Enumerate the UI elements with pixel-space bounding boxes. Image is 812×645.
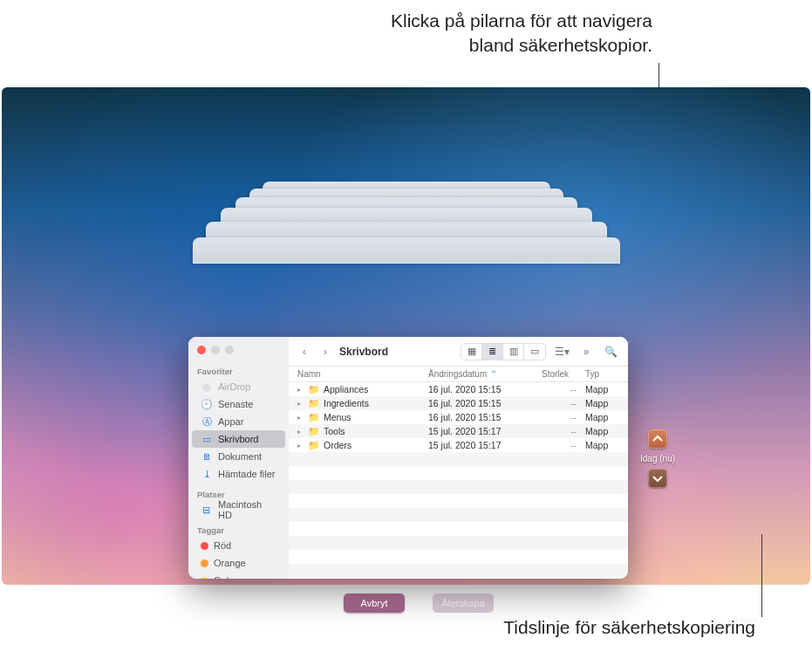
table-row[interactable]: ▸📁Appliances16 jul. 2020 15:15--Mapp — [289, 382, 628, 396]
file-size: -- — [542, 426, 585, 436]
finder-window: Favoriter ◎ AirDrop 🕘 Senaste Ⓐ Appar ▭ … — [188, 337, 628, 579]
sidebar-tag-red[interactable]: Röd — [192, 537, 285, 554]
callout-line1: Klicka på pilarna för att navigera — [391, 9, 652, 33]
forward-button[interactable]: › — [318, 343, 332, 360]
callout-arrows: Klicka på pilarna för att navigera bland… — [391, 9, 652, 58]
tm-action-bar: Avbryt Återskapa — [344, 594, 494, 613]
col-size[interactable]: Storlek — [542, 369, 585, 379]
file-kind: Mapp — [585, 398, 628, 408]
tag-dot-orange — [201, 559, 208, 567]
callout-leader-line — [761, 534, 762, 617]
tm-arrow-up[interactable] — [648, 429, 667, 449]
sort-indicator-icon: ⌃ — [490, 369, 497, 379]
more-button[interactable]: » — [577, 346, 595, 358]
sidebar-item-desktop[interactable]: ▭ Skrivbord — [192, 430, 285, 448]
col-kind[interactable]: Typ — [585, 369, 628, 379]
window-title: Skrivbord — [339, 346, 388, 358]
folder-icon: 📁 — [308, 440, 320, 451]
file-modified: 15 jul. 2020 15:17 — [428, 440, 542, 450]
file-size: -- — [542, 384, 585, 395]
downloads-icon: ⤓ — [201, 469, 213, 480]
folder-icon: 📁 — [308, 398, 320, 409]
view-switcher[interactable]: ▦ ≣ ▥ ▭ — [461, 343, 546, 360]
window-controls[interactable] — [188, 342, 289, 361]
sidebar-label: Dokument — [218, 451, 262, 462]
view-icons-button[interactable]: ▦ — [461, 344, 482, 360]
disclosure-triangle-icon[interactable]: ▸ — [297, 386, 304, 394]
cancel-button[interactable]: Avbryt — [344, 594, 405, 613]
desktop-background: Favoriter ◎ AirDrop 🕘 Senaste Ⓐ Appar ▭ … — [2, 87, 810, 585]
sidebar-label: Röd — [214, 540, 231, 551]
file-rows: ▸📁Appliances16 jul. 2020 15:15--Mapp▸📁In… — [289, 382, 628, 579]
file-name: Ingredients — [324, 398, 369, 408]
callout-timeline-text: Tidslinje för säkerhetskopiering — [503, 617, 755, 637]
close-icon[interactable] — [197, 346, 206, 354]
restore-button: Återskapa — [433, 594, 494, 613]
sidebar-label: Skrivbord — [218, 434, 258, 444]
finder-main: ‹ › Skrivbord ▦ ≣ ▥ ▭ ☰▾ » 🔍 Namn Ändrin… — [289, 337, 628, 579]
tm-arrow-down[interactable] — [648, 469, 667, 488]
sidebar-label: Senaste — [218, 399, 253, 409]
sidebar-header-favorites: Favoriter — [188, 363, 289, 378]
time-machine-controls: Idag (nu) — [640, 429, 675, 488]
timeline-tick[interactable] — [789, 637, 805, 638]
finder-toolbar: ‹ › Skrivbord ▦ ≣ ▥ ▭ ☰▾ » 🔍 — [289, 337, 628, 367]
table-row[interactable]: ▸📁Orders15 jul. 2020 15:17--Mapp — [289, 438, 628, 452]
sidebar-label: AirDrop — [218, 381, 250, 392]
chevron-down-icon — [652, 473, 663, 484]
group-button[interactable]: ☰▾ — [553, 346, 570, 358]
finder-sidebar: Favoriter ◎ AirDrop 🕘 Senaste Ⓐ Appar ▭ … — [188, 337, 289, 579]
file-kind: Mapp — [585, 440, 628, 450]
sidebar-tag-yellow[interactable]: Gul — [192, 572, 285, 579]
desktop-icon: ▭ — [201, 434, 213, 445]
callout-timeline: Tidslinje för säkerhetskopiering — [503, 617, 755, 638]
sidebar-label: Macintosh HD — [218, 499, 278, 520]
view-list-button[interactable]: ≣ — [482, 344, 503, 360]
clock-icon: 🕘 — [201, 399, 213, 410]
file-name: Orders — [324, 440, 351, 450]
disclosure-triangle-icon[interactable]: ▸ — [297, 414, 304, 422]
disclosure-triangle-icon[interactable]: ▸ — [297, 428, 304, 436]
sidebar-item-airdrop: ◎ AirDrop — [192, 378, 285, 395]
col-name[interactable]: Namn — [297, 369, 428, 379]
sidebar-item-hd[interactable]: ⊟ Macintosh HD — [192, 501, 285, 518]
view-columns-button[interactable]: ▥ — [503, 344, 524, 360]
sidebar-header-tags: Taggar — [188, 522, 289, 537]
sidebar-item-recent[interactable]: 🕘 Senaste — [192, 395, 285, 413]
sidebar-label: Gul — [214, 575, 229, 579]
file-kind: Mapp — [585, 412, 628, 422]
file-size: -- — [542, 398, 585, 408]
back-button[interactable]: ‹ — [297, 343, 311, 360]
file-name: Tools — [324, 426, 345, 436]
sidebar-label: Hämtade filer — [218, 469, 275, 479]
view-gallery-button[interactable]: ▭ — [524, 344, 545, 360]
sidebar-item-documents[interactable]: 🗎 Dokument — [192, 448, 285, 465]
column-headers[interactable]: Namn Ändringsdatum ⌃ Storlek Typ — [289, 367, 628, 382]
sidebar-item-apps[interactable]: Ⓐ Appar — [192, 413, 285, 430]
file-modified: 16 jul. 2020 15:15 — [428, 398, 542, 408]
timeline-tick[interactable] — [789, 628, 805, 629]
minimize-icon — [211, 346, 220, 354]
disk-icon: ⊟ — [201, 504, 213, 516]
tag-dot-yellow — [201, 577, 208, 580]
file-name: Menus — [324, 412, 351, 422]
disclosure-triangle-icon[interactable]: ▸ — [297, 442, 304, 449]
sidebar-tag-orange[interactable]: Orange — [192, 554, 285, 572]
sidebar-label: Appar — [218, 416, 243, 427]
table-row[interactable]: ▸📁Menus16 jul. 2020 15:15--Mapp — [289, 410, 628, 424]
file-modified: 16 jul. 2020 15:15 — [428, 412, 542, 422]
timeline-tick[interactable] — [763, 619, 805, 620]
search-icon[interactable]: 🔍 — [602, 346, 619, 358]
file-size: -- — [542, 440, 585, 450]
tag-dot-red — [201, 542, 208, 550]
tm-current-label: Idag (nu) — [640, 454, 675, 463]
folder-icon: 📁 — [308, 426, 320, 437]
table-row[interactable]: ▸📁Tools15 jul. 2020 15:17--Mapp — [289, 424, 628, 438]
folder-icon: 📁 — [308, 412, 320, 423]
disclosure-triangle-icon[interactable]: ▸ — [297, 400, 304, 408]
table-row[interactable]: ▸📁Ingredients16 jul. 2020 15:15--Mapp — [289, 396, 628, 410]
folder-icon: 📁 — [308, 384, 320, 395]
sidebar-item-downloads[interactable]: ⤓ Hämtade filer — [192, 465, 285, 483]
col-modified[interactable]: Ändringsdatum ⌃ — [428, 369, 542, 379]
callout-line2: bland säkerhetskopior. — [391, 33, 652, 58]
